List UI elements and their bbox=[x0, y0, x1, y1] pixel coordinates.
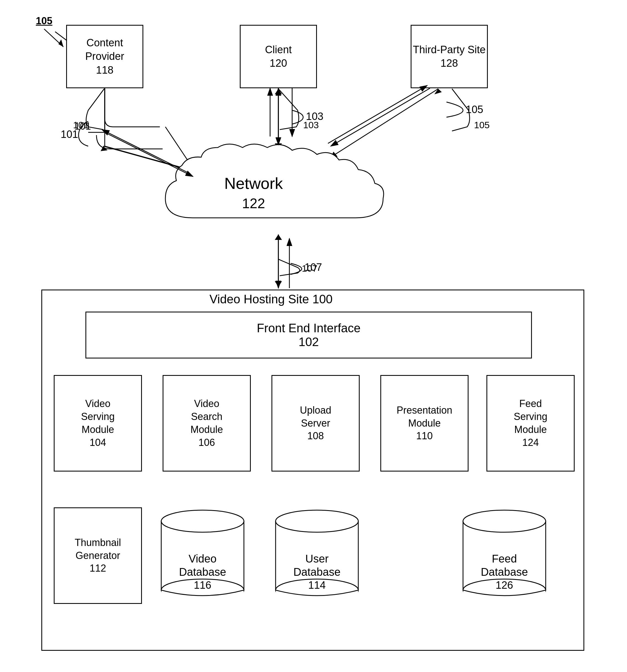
svg-marker-21 bbox=[275, 281, 282, 287]
svg-text:101: 101 bbox=[60, 128, 78, 140]
svg-text:101: 101 bbox=[74, 120, 91, 132]
svg-marker-25 bbox=[58, 40, 64, 47]
svg-text:Feed: Feed bbox=[492, 553, 517, 565]
front-end-interface-box: Front End Interface 102 bbox=[85, 312, 532, 358]
front-end-label: Front End Interface bbox=[257, 321, 361, 335]
video-serving-module-box: VideoServingModule104 bbox=[54, 375, 142, 472]
third-party-label: Third-Party Site bbox=[413, 43, 485, 56]
ref-label-105-top: 105 bbox=[36, 15, 52, 27]
feed-serving-module-box: FeedServingModule124 bbox=[486, 375, 575, 472]
diagram-container: 101 101 103 105 bbox=[0, 0, 627, 672]
svg-text:105: 105 bbox=[466, 104, 483, 115]
svg-point-36 bbox=[276, 510, 358, 532]
upload-server-box: UploadServer108 bbox=[272, 375, 360, 472]
svg-marker-13 bbox=[275, 89, 282, 94]
content-provider-label: Content Provider bbox=[67, 36, 143, 64]
client-label: Client bbox=[265, 43, 292, 56]
client-box: Client 120 bbox=[240, 25, 317, 88]
thumbnail-generator-box: ThumbnailGenerator112 bbox=[54, 507, 142, 604]
user-database-svg: User Database 114 bbox=[270, 505, 364, 609]
svg-point-43 bbox=[463, 510, 546, 532]
svg-text:103: 103 bbox=[306, 111, 323, 122]
video-search-module-box: VideoSearchModule106 bbox=[162, 375, 251, 472]
svg-marker-9 bbox=[101, 146, 107, 151]
svg-text:126: 126 bbox=[496, 579, 513, 591]
video-database-svg: Video Database 116 bbox=[156, 505, 249, 609]
svg-text:116: 116 bbox=[194, 579, 211, 591]
svg-text:Network: Network bbox=[224, 174, 283, 192]
svg-text:103: 103 bbox=[303, 120, 319, 130]
front-end-ref: 102 bbox=[257, 335, 361, 349]
svg-text:107: 107 bbox=[302, 263, 318, 273]
thumbnail-label: ThumbnailGenerator112 bbox=[75, 536, 121, 575]
client-ref: 120 bbox=[270, 56, 287, 70]
presentation-module-box: PresentationModule110 bbox=[380, 375, 469, 472]
svg-text:107: 107 bbox=[304, 261, 322, 273]
third-party-box: Third-Party Site 128 bbox=[411, 25, 488, 88]
feed-database-svg: Feed Database 126 bbox=[457, 505, 551, 609]
svg-text:101: 101 bbox=[73, 120, 89, 130]
feed-serving-label: FeedServingModule124 bbox=[514, 398, 547, 449]
svg-line-62 bbox=[328, 86, 427, 143]
svg-text:105: 105 bbox=[474, 120, 490, 130]
svg-text:122: 122 bbox=[242, 196, 265, 211]
video-search-label: VideoSearchModule106 bbox=[191, 398, 223, 449]
video-hosting-label: Video Hosting Site 100 bbox=[209, 292, 333, 306]
svg-text:User: User bbox=[305, 553, 328, 565]
video-serving-label: VideoServingModule104 bbox=[81, 398, 115, 449]
third-party-ref: 128 bbox=[441, 56, 458, 70]
svg-point-29 bbox=[161, 510, 244, 532]
network-cloud: Network 122 bbox=[138, 135, 413, 240]
svg-text:114: 114 bbox=[308, 579, 325, 591]
content-provider-box: Content Provider 118 bbox=[66, 25, 143, 88]
arrow-105-indicator bbox=[41, 26, 69, 51]
svg-text:Database: Database bbox=[179, 566, 226, 578]
presentation-label: PresentationModule110 bbox=[397, 404, 452, 442]
svg-text:Database: Database bbox=[481, 566, 528, 578]
svg-text:Video: Video bbox=[189, 553, 217, 565]
svg-text:Database: Database bbox=[293, 566, 341, 578]
upload-server-label: UploadServer108 bbox=[300, 404, 331, 442]
svg-marker-18 bbox=[434, 89, 442, 94]
content-provider-ref: 118 bbox=[96, 64, 113, 77]
